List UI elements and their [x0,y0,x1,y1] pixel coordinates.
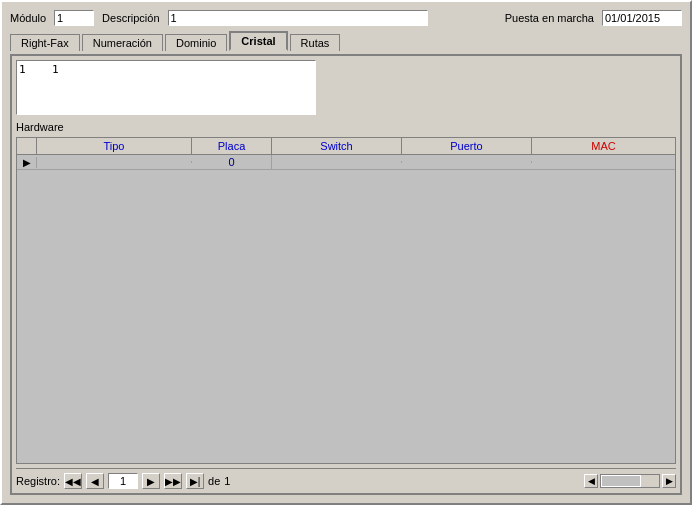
th-row-num [17,138,37,154]
tab-content-cristal: 1 1 Hardware Tipo Placa Switch Puerto MA… [10,54,682,495]
table-body: ▶ 0 [17,155,675,463]
puesta-label: Puesta en marcha [505,12,594,24]
de-label: de [208,475,220,487]
th-puerto: Puerto [402,138,532,154]
th-placa: Placa [192,138,272,154]
tab-cristal[interactable]: Cristal [229,31,287,51]
hscroll-thumb[interactable] [601,475,641,487]
table-row[interactable]: ▶ 0 [17,155,675,170]
last-page-button[interactable]: ▶▶ [164,473,182,489]
th-tipo: Tipo [37,138,192,154]
textarea-container: 1 1 [16,60,676,115]
first-page-button[interactable]: ◀◀ [64,473,82,489]
td-puerto [402,161,532,163]
total-pages: 1 [224,475,230,487]
td-switch [272,161,402,163]
th-switch: Switch [272,138,402,154]
th-mac: MAC [532,138,675,154]
td-tipo [37,161,192,163]
table-header: Tipo Placa Switch Puerto MAC [17,138,675,155]
top-bar: Módulo Descripción Puesta en marcha [10,10,682,26]
tab-dominio[interactable]: Dominio [165,34,227,51]
td-mac [532,161,675,163]
hardware-label: Hardware [16,121,676,133]
prev-page-button[interactable]: ◀ [86,473,104,489]
modulo-label: Módulo [10,12,46,24]
next-page-button[interactable]: ▶ [142,473,160,489]
row-arrow-icon: ▶ [23,157,31,168]
tab-rutas[interactable]: Rutas [290,34,341,51]
row-arrow-indicator: ▶ [17,157,37,168]
bottom-nav-bar: Registro: ◀◀ ◀ ▶ ▶▶ ▶| de 1 ◀ ▶ [16,468,676,489]
modulo-input[interactable] [54,10,94,26]
end-button[interactable]: ▶| [186,473,204,489]
horizontal-scroll-area: ◀ ▶ [584,474,676,488]
puesta-input[interactable] [602,10,682,26]
tab-numeracion[interactable]: Numeración [82,34,163,51]
td-placa: 0 [192,155,272,169]
page-input[interactable] [108,473,138,489]
hscroll-track[interactable] [600,474,660,488]
cristal-textarea[interactable]: 1 1 [16,60,316,115]
tabs-row: Right-Fax Numeración Dominio Cristal Rut… [10,30,682,50]
hscroll-right-button[interactable]: ▶ [662,474,676,488]
descripcion-input[interactable] [168,10,428,26]
hardware-table: Tipo Placa Switch Puerto MAC ▶ 0 [16,137,676,464]
main-window: Módulo Descripción Puesta en marcha Righ… [0,0,692,505]
descripcion-label: Descripción [102,12,159,24]
hscroll-left-button[interactable]: ◀ [584,474,598,488]
tab-right-fax[interactable]: Right-Fax [10,34,80,51]
registro-label: Registro: [16,475,60,487]
